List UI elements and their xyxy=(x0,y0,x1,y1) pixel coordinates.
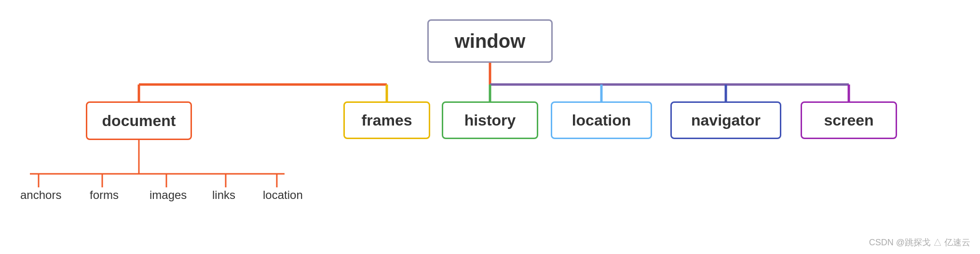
child-links: links xyxy=(212,188,235,202)
node-history: history xyxy=(442,101,538,139)
node-window-label: window xyxy=(455,30,526,52)
diagram: window document frames history location … xyxy=(0,0,980,254)
child-forms: forms xyxy=(90,188,119,202)
node-document-label: document xyxy=(102,112,176,130)
node-history-label: history xyxy=(464,112,516,129)
node-document: document xyxy=(86,101,192,140)
child-anchors: anchors xyxy=(20,188,61,202)
watermark: CSDN @跳探戈 △ 亿速云 xyxy=(869,237,970,248)
node-frames: frames xyxy=(343,101,430,139)
node-window: window xyxy=(427,19,553,63)
node-frames-label: frames xyxy=(362,112,412,129)
node-screen: screen xyxy=(801,101,897,139)
child-location-doc: location xyxy=(263,188,303,202)
node-screen-label: screen xyxy=(824,112,873,129)
node-navigator-label: navigator xyxy=(691,112,761,129)
child-images: images xyxy=(150,188,187,202)
node-navigator: navigator xyxy=(670,101,781,139)
node-location-label: location xyxy=(572,112,631,129)
node-location: location xyxy=(551,101,652,139)
